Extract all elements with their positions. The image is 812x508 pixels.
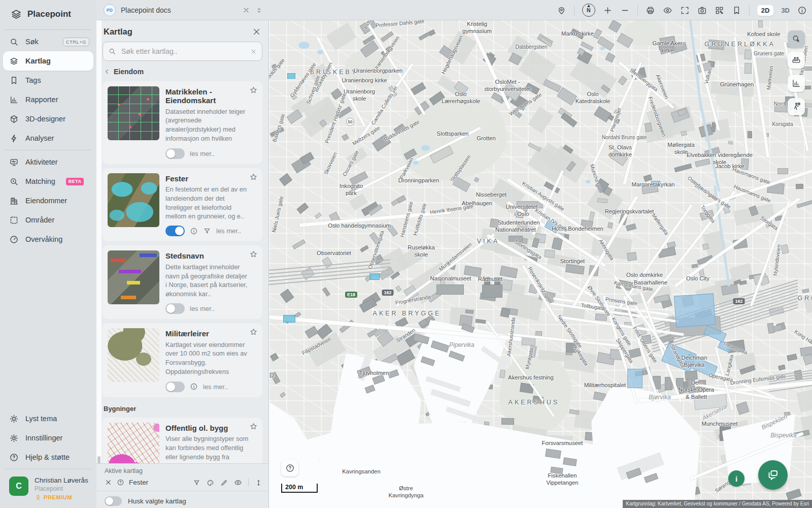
layer-toggle[interactable]: [165, 382, 185, 392]
plan-label: PREMIUM: [44, 494, 72, 500]
user-profile[interactable]: C Christian Løverås Placepoint PREMIUM: [0, 471, 96, 501]
view-3d-button[interactable]: 3D: [781, 7, 790, 14]
layer-description: Dette kartlaget inneholder navn på geogr…: [165, 263, 250, 299]
map-help-button[interactable]: [281, 459, 298, 477]
place-label: Kristeliggymnasium: [462, 20, 492, 35]
measure-tool-button[interactable]: [788, 51, 805, 69]
sidebar-item-label: Kartlag: [25, 57, 51, 65]
sidebar-item-lyst-tema[interactable]: Lyst tema: [3, 409, 93, 428]
sidebar-item-kartlag[interactable]: Kartlag: [3, 51, 93, 71]
view-2d-button[interactable]: 2D: [757, 5, 774, 16]
layers-icon: [9, 56, 19, 66]
layer-description: En festetomt er en del av en landeiendom…: [165, 185, 250, 221]
layer-toggle[interactable]: [165, 148, 185, 159]
minus-icon[interactable]: [620, 6, 630, 15]
favorite-star-icon[interactable]: [249, 422, 258, 433]
remember-layers-toggle[interactable]: [105, 496, 122, 506]
sidebar-item-label: 3D-designer: [25, 115, 65, 123]
layer-description: Viser alle bygningstyper som kan forbind…: [165, 434, 250, 463]
les-mer-link[interactable]: les mer..: [216, 227, 241, 235]
favorite-star-icon[interactable]: [249, 328, 258, 338]
building-icon: [9, 196, 19, 206]
sidebar-item-eiendommer[interactable]: Eiendommer: [3, 191, 93, 210]
map-attribution: Kartgrunnlag: Kartverket, Geovekst og ko…: [623, 500, 812, 508]
sidebar-item-omr-der[interactable]: Områder: [3, 210, 93, 230]
compass-icon[interactable]: N: [582, 4, 595, 17]
chat-button[interactable]: [758, 460, 788, 490]
bookmark-icon[interactable]: [732, 6, 741, 15]
project-select-icon[interactable]: [255, 7, 263, 14]
les-mer-link[interactable]: les mer..: [203, 383, 228, 391]
layer-help-icon[interactable]: [117, 479, 124, 486]
edit-icon[interactable]: [220, 479, 228, 487]
layer-toggle[interactable]: [165, 303, 185, 314]
camera-icon[interactable]: [697, 6, 707, 15]
layer-thumbnail: [108, 328, 159, 382]
layer-toggle[interactable]: [165, 226, 185, 236]
breadcrumb[interactable]: Eiendom: [104, 68, 261, 76]
chart-tool-button[interactable]: [788, 75, 805, 92]
info-icon[interactable]: [797, 6, 807, 15]
avatar[interactable]: C: [9, 477, 28, 496]
reorder-icon[interactable]: [255, 479, 262, 487]
road-shield: 162: [733, 298, 745, 304]
favorite-star-icon[interactable]: [249, 86, 258, 97]
street-label: Hansteens gate: [399, 201, 415, 238]
street-label: Niels Juels gate: [271, 196, 285, 233]
plus-icon[interactable]: [603, 6, 613, 15]
layer-filter-icon[interactable]: [203, 227, 211, 235]
eye-icon[interactable]: [663, 6, 672, 15]
active-layer-name: Fester: [129, 479, 148, 486]
divider: [248, 479, 249, 487]
sidebar-item-s-k[interactable]: SøkCTRL+G: [3, 32, 93, 51]
sidebar-item-label: Analyser: [25, 134, 54, 142]
divider: [749, 5, 750, 15]
expand-icon[interactable]: [680, 6, 690, 15]
layer-card[interactable]: Offentlig ol. byggViser alle bygningstyp…: [103, 418, 262, 464]
sidebar-item-tags[interactable]: Tags: [3, 71, 93, 90]
panel-close-icon[interactable]: [252, 27, 261, 37]
les-mer-link[interactable]: les mer..: [190, 150, 215, 157]
visibility-icon[interactable]: [234, 479, 242, 487]
project-switcher[interactable]: PD Placepoint docs: [96, 0, 269, 20]
sidebar-item-overv-king[interactable]: Overvåking: [3, 230, 93, 249]
map-canvas[interactable]: BRISKEBYVIKAAKER BRYGGEAKERSHUSGRÜNERLØK…: [269, 20, 812, 508]
sidebar-item-hjelp-st-tte[interactable]: Hjelp & støtte: [3, 448, 93, 467]
palette-icon[interactable]: [207, 479, 214, 487]
layer-search-input[interactable]: [120, 47, 246, 56]
layer-search[interactable]: [103, 42, 262, 61]
sidebar-item-innstillinger[interactable]: Innstillinger: [3, 428, 93, 448]
user-name: Christian Løverås: [35, 477, 88, 484]
layer-card[interactable]: MilitærleirerKartlaget viser eiendommer …: [103, 323, 262, 397]
layer-card[interactable]: StedsnavnDette kartlaget inneholder navn…: [103, 245, 262, 319]
sidebar-item-analyser[interactable]: Analyser: [3, 129, 93, 148]
sidebar-item-3d-designer[interactable]: 3D-designer: [3, 109, 93, 129]
sidebar-item-matching[interactable]: MatchingBETA: [3, 172, 93, 191]
street-label: Langkaia: [724, 354, 735, 376]
close-project-icon[interactable]: [242, 6, 250, 14]
filter-icon[interactable]: [193, 479, 200, 487]
sidebar-item-aktiviteter[interactable]: Aktiviteter: [3, 152, 93, 172]
street-label: Nordahl Bruns gate: [602, 135, 647, 141]
select-tool-button[interactable]: [788, 30, 805, 48]
layer-info-icon[interactable]: [190, 227, 198, 235]
layer-card[interactable]: Matrikkelen - EiendomskartDatasettet inn…: [103, 81, 262, 164]
active-layers-title: Aktive kartlag: [96, 464, 268, 474]
sidebar-item-label: Søk: [25, 38, 39, 46]
sidebar-item-label: Innstillinger: [25, 434, 62, 442]
remove-layer-icon[interactable]: [105, 479, 112, 486]
layer-title: Militærleirer: [165, 329, 250, 338]
travel-time-tool-button[interactable]: [788, 98, 805, 115]
sidebar-item-rapporter[interactable]: Rapporter: [3, 90, 93, 109]
layer-description: Kartlaget viser eiendommer over 10 000 m…: [165, 340, 250, 377]
layer-info-icon[interactable]: [190, 383, 198, 391]
pin-icon[interactable]: [557, 6, 566, 15]
layer-card[interactable]: FesterEn festetomt er en del av en lande…: [103, 168, 262, 242]
favorite-star-icon[interactable]: [249, 173, 258, 183]
favorite-star-icon[interactable]: [249, 250, 258, 261]
les-mer-link[interactable]: les mer..: [190, 305, 215, 312]
clear-search-icon[interactable]: [250, 48, 257, 55]
grid-icon[interactable]: [715, 6, 724, 15]
info-button[interactable]: i: [728, 470, 745, 487]
printer-icon[interactable]: [646, 6, 655, 15]
